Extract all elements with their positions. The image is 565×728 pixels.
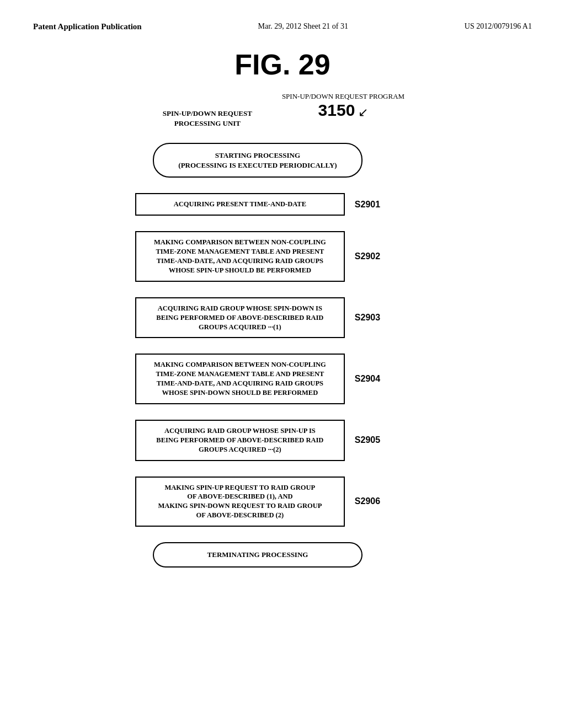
step-s2903-box: ACQUIRING RAID GROUP WHOSE SPIN-DOWN IS … [135,297,345,339]
start-box: STARTING PROCESSING (PROCESSING IS EXECU… [153,143,363,178]
step-s2901-label: S2901 [355,200,380,210]
program-label: SPIN-UP/DOWN REQUEST PROGRAM [282,92,404,101]
header: Patent Application Publication Mar. 29, … [33,22,532,31]
fig-title: FIG. 29 [33,48,532,81]
step-s2905-box: ACQUIRING RAID GROUP WHOSE SPIN-UP IS BE… [135,420,345,461]
header-date-sheet: Mar. 29, 2012 Sheet 21 of 31 [258,22,348,31]
step-s2903-label: S2903 [355,313,380,323]
step-s2905-row: ACQUIRING RAID GROUP WHOSE SPIN-UP IS BE… [8,420,507,461]
step-s2906-box: MAKING SPIN-UP REQUEST TO RAID GROUP OF … [135,477,345,527]
step-s2901-row: ACQUIRING PRESENT TIME-AND-DATE S2901 [8,193,507,216]
header-patent-number: US 2012/0079196 A1 [465,22,532,31]
step-s2903-row: ACQUIRING RAID GROUP WHOSE SPIN-DOWN IS … [8,297,507,339]
step-s2901-box: ACQUIRING PRESENT TIME-AND-DATE [135,193,345,216]
step-s2906-row: MAKING SPIN-UP REQUEST TO RAID GROUP OF … [8,477,507,527]
step-s2905-label: S2905 [355,435,380,445]
step-s2904-box: MAKING COMPARISON BETWEEN NON-COUPLING T… [135,354,345,404]
step-s2902-row: MAKING COMPARISON BETWEEN NON-COUPLING T… [8,231,507,282]
program-number: 3150 [318,101,355,120]
end-box: TERMINATING PROCESSING [153,542,363,568]
diagram: SPIN-UP/DOWN REQUEST PROCESSING UNIT SPI… [33,92,532,568]
step-s2906-label: S2906 [355,496,380,506]
step-s2904-label: S2904 [355,374,380,384]
step-s2902-box: MAKING COMPARISON BETWEEN NON-COUPLING T… [135,231,345,282]
end-box-row: TERMINATING PROCESSING [8,542,507,568]
curved-arrow-icon: ↙ [358,105,368,120]
page: Patent Application Publication Mar. 29, … [0,0,565,728]
header-publication-label: Patent Application Publication [33,22,142,31]
processing-unit-label: SPIN-UP/DOWN REQUEST PROCESSING UNIT [163,109,252,129]
start-box-row: STARTING PROCESSING (PROCESSING IS EXECU… [8,143,507,178]
step-s2902-label: S2902 [355,251,380,261]
step-s2904-row: MAKING COMPARISON BETWEEN NON-COUPLING T… [8,354,507,404]
